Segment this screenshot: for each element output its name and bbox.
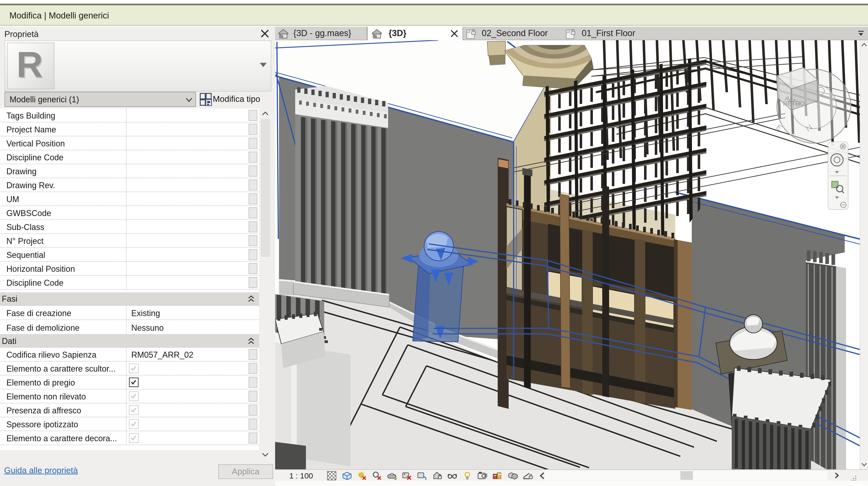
svg-text:RETRO: RETRO xyxy=(783,100,805,107)
